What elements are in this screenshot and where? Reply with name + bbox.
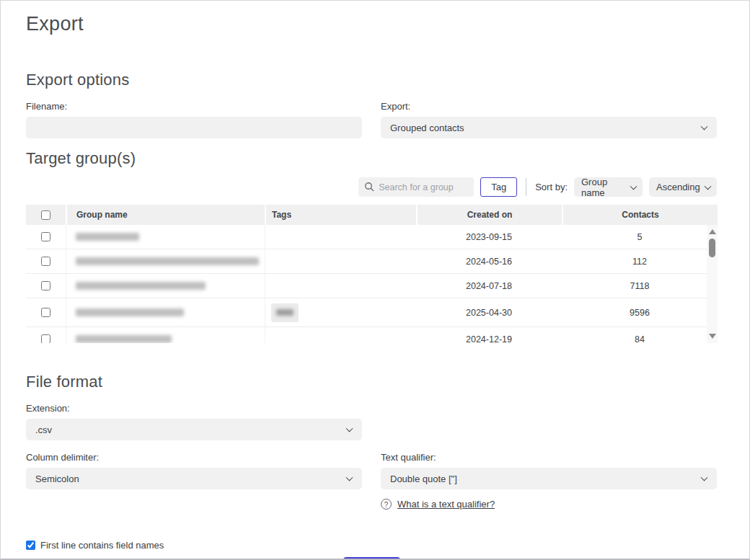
chevron-down-icon	[705, 182, 712, 190]
export-options-grid: Filename: Export: Grouped contacts	[26, 89, 717, 138]
export-button[interactable]: Export	[343, 557, 400, 560]
table-row[interactable]: 2023-09-15 5	[26, 225, 718, 249]
created-on-value: 2024-07-18	[416, 281, 562, 291]
toolbar-divider	[526, 178, 526, 196]
help-icon: ?	[381, 499, 392, 510]
created-on-value: 2024-05-16	[416, 257, 562, 267]
created-on-value: 2024-12-19	[416, 334, 562, 344]
table-row[interactable]: 2025-04-30 9596	[26, 298, 718, 327]
search-icon	[364, 182, 374, 195]
group-name-redacted	[66, 274, 265, 298]
export-type-label: Export:	[381, 101, 717, 112]
group-search-input[interactable]	[379, 182, 465, 192]
delimiter-selected-value: Semicolon	[35, 474, 79, 484]
chevron-down-icon	[346, 425, 353, 432]
export-button-row: Export	[26, 557, 717, 560]
delimiter-select[interactable]: Semicolon	[26, 468, 362, 489]
delimiter-label: Column delimiter:	[26, 452, 362, 463]
chevron-down-icon	[701, 474, 708, 481]
groups-table: Group name Tags Created on Contacts 2023…	[26, 205, 718, 343]
extension-label: Extension:	[26, 403, 362, 414]
tags-cell	[265, 249, 416, 273]
section-target-groups: Target group(s)	[26, 149, 717, 168]
row-checkbox[interactable]	[41, 308, 50, 317]
first-line-option: First line contains field names	[26, 540, 717, 551]
tag-chip-redacted	[271, 303, 299, 322]
first-line-checkbox[interactable]	[26, 541, 35, 550]
row-checkbox[interactable]	[41, 281, 50, 290]
scroll-up-icon[interactable]	[709, 229, 716, 234]
created-on-value: 2025-04-30	[416, 308, 562, 318]
export-type-selected-value: Grouped contacts	[390, 123, 464, 133]
sort-field-selected-value: Group name	[581, 177, 627, 198]
extension-field-group: Extension: .csv	[26, 391, 362, 440]
export-type-select[interactable]: Grouped contacts	[381, 117, 717, 138]
extension-selected-value: .csv	[35, 425, 52, 435]
column-header-tags[interactable]: Tags	[265, 205, 416, 225]
group-name-redacted	[66, 298, 265, 326]
row-checkbox[interactable]	[41, 232, 50, 241]
row-checkbox[interactable]	[41, 334, 50, 343]
first-line-label: First line contains field names	[40, 540, 164, 551]
sort-direction-selected-value: Ascending	[656, 182, 700, 192]
tags-cell	[265, 225, 416, 249]
qualifier-selected-value: Double quote ["]	[390, 474, 457, 484]
section-export-options: Export options	[26, 71, 717, 89]
qualifier-help-row: ? What is a text qualifier?	[381, 499, 717, 510]
table-row[interactable]: 2024-05-16 112	[26, 249, 718, 274]
contacts-value: 112	[562, 257, 718, 267]
qualifier-field-group: Text qualifier: Double quote ["] ? What …	[381, 440, 717, 510]
contacts-value: 5	[562, 232, 718, 242]
sort-direction-select[interactable]: Ascending	[649, 177, 717, 197]
contacts-value: 84	[562, 334, 718, 344]
group-name-redacted	[66, 249, 265, 273]
group-name-redacted	[66, 225, 265, 249]
contacts-value: 9596	[562, 308, 718, 318]
chevron-down-icon	[346, 474, 353, 481]
file-format-grid: Extension: .csv Column delimiter: Semico…	[26, 391, 717, 510]
table-scrollbar[interactable]	[707, 225, 718, 343]
tag-filter-button[interactable]: Tag	[480, 177, 517, 197]
filename-field-group: Filename:	[26, 89, 362, 138]
export-page: Export Export options Filename: Export: …	[0, 0, 750, 560]
column-header-contacts[interactable]: Contacts	[562, 205, 718, 225]
page-title: Export	[26, 13, 717, 35]
created-on-value: 2023-09-15	[416, 232, 562, 242]
group-search-box[interactable]	[358, 177, 474, 197]
scrollbar-thumb[interactable]	[709, 239, 715, 257]
spacer	[381, 391, 717, 440]
row-checkbox[interactable]	[41, 257, 50, 266]
filename-label: Filename:	[26, 101, 362, 112]
section-file-format: File format	[26, 373, 717, 391]
tags-cell	[265, 298, 416, 326]
filename-input[interactable]	[26, 117, 362, 138]
groups-table-header: Group name Tags Created on Contacts	[26, 205, 718, 225]
qualifier-label: Text qualifier:	[381, 452, 717, 463]
column-header-created-on[interactable]: Created on	[416, 205, 562, 225]
tags-cell	[265, 327, 416, 343]
contacts-value: 7118	[562, 281, 718, 291]
table-row[interactable]: 2024-12-19 84	[26, 327, 718, 343]
delimiter-field-group: Column delimiter: Semicolon	[26, 440, 362, 510]
chevron-down-icon	[701, 123, 708, 130]
export-type-field-group: Export: Grouped contacts	[381, 89, 717, 138]
table-row[interactable]: 2024-07-18 7118	[26, 274, 718, 298]
select-all-checkbox[interactable]	[41, 210, 50, 220]
select-all-cell	[26, 205, 66, 225]
group-name-redacted	[66, 327, 265, 343]
scroll-down-icon[interactable]	[709, 334, 716, 339]
chevron-down-icon	[630, 182, 638, 190]
what-is-text-qualifier-link[interactable]: What is a text qualifier?	[397, 499, 495, 510]
sort-by-label: Sort by:	[535, 182, 568, 192]
sort-field-select[interactable]: Group name	[574, 177, 643, 197]
group-toolbar: Tag Sort by: Group name Ascending	[26, 177, 717, 197]
extension-select[interactable]: .csv	[26, 419, 362, 440]
tags-cell	[265, 274, 416, 298]
groups-table-body: 2023-09-15 5 2024-05-16 112 2024-07-18 7…	[26, 225, 718, 343]
column-header-group-name[interactable]: Group name	[66, 205, 265, 225]
qualifier-select[interactable]: Double quote ["]	[381, 468, 717, 489]
